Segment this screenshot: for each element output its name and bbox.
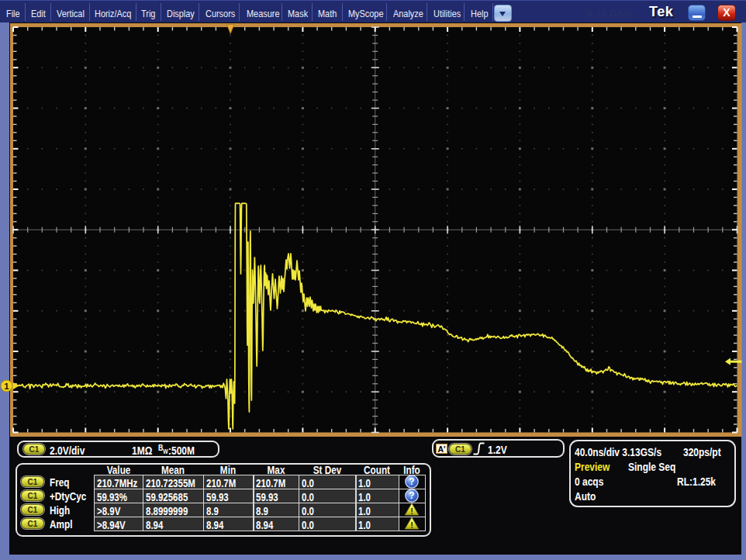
svg-text:1: 1 bbox=[4, 382, 9, 391]
